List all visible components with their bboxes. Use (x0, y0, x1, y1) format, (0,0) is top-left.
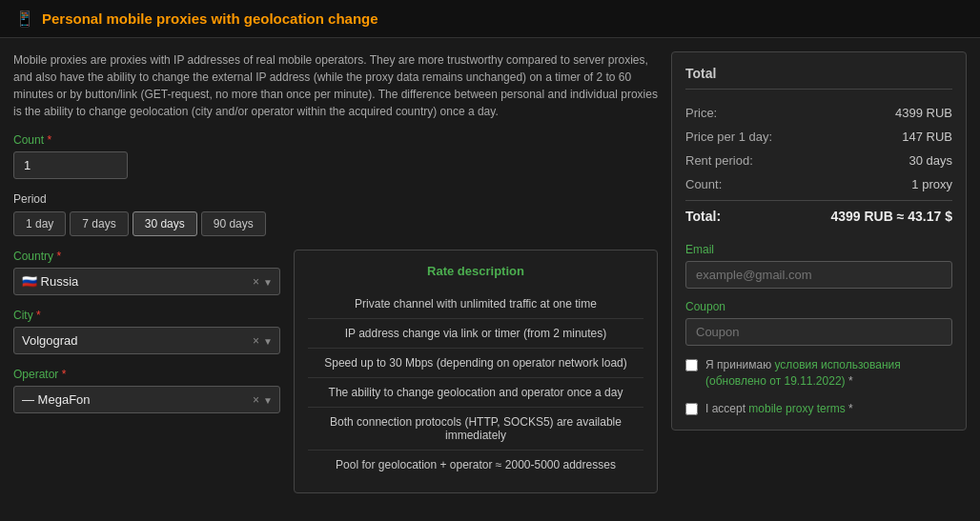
selects-col: Country * 🇷🇺 Russia × ▼ City * (13, 250, 280, 427)
period-label: Period (13, 192, 658, 206)
rate-item-5: Both connection protocols (HTTP, SOCKS5)… (308, 408, 643, 451)
price-per-day-value: 147 RUB (902, 130, 952, 144)
terms-checkbox[interactable] (685, 359, 698, 371)
operator-select-wrapper: — MegaFon × ▼ (13, 386, 280, 413)
summary-rent-period-row: Rent period: 30 days (685, 149, 952, 172)
mobile-terms-checkbox-row: I accept mobile proxy terms * (685, 401, 952, 417)
page-header: 📱 Personal mobile proxies with geolocati… (0, 0, 980, 38)
rent-period-label: Rent period: (685, 153, 753, 168)
period-buttons: 1 day 7 days 30 days 90 days (13, 211, 658, 236)
right-panel: Total Price: 4399 RUB Price per 1 day: 1… (671, 51, 967, 431)
mobile-terms-checkbox[interactable] (685, 403, 698, 415)
rate-title: Rate description (308, 264, 643, 278)
coupon-label: Coupon (685, 300, 952, 313)
terms-checkbox-row: Я принимаю условия использования (обновл… (685, 357, 952, 390)
count-field: Count * (13, 133, 658, 179)
operator-required: * (62, 368, 67, 381)
left-panel: Mobile proxies are proxies with IP addre… (13, 51, 671, 493)
country-label: Country (13, 250, 53, 263)
two-col: Country * 🇷🇺 Russia × ▼ City * (13, 250, 658, 493)
total-value: 4399 RUB ≈ 43.17 $ (830, 209, 952, 224)
phone-icon: 📱 (15, 10, 34, 28)
period-7days[interactable]: 7 days (70, 211, 128, 236)
country-clear[interactable]: × (253, 275, 259, 289)
rate-item-3: Speed up to 30 Mbps (depending on operat… (308, 349, 643, 378)
mobile-terms-link[interactable]: mobile proxy terms (748, 402, 845, 415)
email-input[interactable] (685, 261, 952, 289)
period-30days[interactable]: 30 days (133, 211, 197, 236)
rate-item-4: The ability to change geolocation and op… (308, 378, 643, 408)
count-proxy-value: 1 proxy (911, 177, 952, 191)
mobile-terms-label: I accept mobile proxy terms * (705, 401, 853, 417)
operator-label: Operator (13, 368, 58, 381)
count-required: * (47, 133, 51, 147)
total-amount-row: Total: 4399 RUB ≈ 43.17 $ (685, 200, 952, 231)
price-label: Price: (685, 106, 717, 120)
operator-field: Operator * — MegaFon × ▼ (13, 368, 280, 413)
email-label: Email (685, 243, 952, 256)
country-select-wrapper: 🇷🇺 Russia × ▼ (13, 268, 280, 295)
rate-item-2: IP address change via link or timer (fro… (308, 319, 643, 349)
city-select-wrapper: Volgograd × ▼ (13, 327, 280, 354)
count-input[interactable] (13, 151, 128, 179)
summary-price-per-day-row: Price per 1 day: 147 RUB (685, 125, 952, 149)
city-clear[interactable]: × (253, 334, 259, 348)
coupon-input[interactable] (685, 318, 952, 346)
price-per-day-label: Price per 1 day: (685, 130, 772, 144)
summary-count-row: Count: 1 proxy (685, 172, 952, 196)
city-select[interactable]: Volgograd (13, 327, 280, 354)
count-label: Count (13, 133, 44, 147)
rate-item-1: Private channel with unlimited traffic a… (308, 290, 643, 319)
total-title: Total (685, 66, 952, 90)
operator-clear[interactable]: × (253, 393, 259, 407)
country-required: * (56, 250, 61, 263)
period-section: Period 1 day 7 days 30 days 90 days (13, 192, 658, 236)
total-label: Total: (685, 209, 721, 224)
rate-description: Rate description Private channel with un… (294, 250, 658, 493)
operator-select[interactable]: — MegaFon (13, 386, 280, 413)
description-text: Mobile proxies are proxies with IP addre… (13, 51, 658, 120)
period-90days[interactable]: 90 days (201, 211, 266, 236)
city-field: City * Volgograd × ▼ (13, 309, 280, 354)
terms-label: Я принимаю условия использования (обновл… (705, 357, 952, 390)
country-select[interactable]: 🇷🇺 Russia (13, 268, 280, 295)
summary-price-row: Price: 4399 RUB (685, 101, 952, 125)
price-value: 4399 RUB (895, 106, 952, 120)
rent-period-value: 30 days (909, 153, 952, 168)
page-title: Personal mobile proxies with geolocation… (42, 10, 378, 27)
period-1day[interactable]: 1 day (13, 211, 66, 236)
count-proxy-label: Count: (685, 177, 722, 191)
country-field: Country * 🇷🇺 Russia × ▼ (13, 250, 280, 295)
city-label: City (13, 309, 33, 322)
rate-item-6: Pool for geolocation + operator ≈ 2000-5… (308, 451, 643, 479)
city-required: * (36, 309, 41, 322)
